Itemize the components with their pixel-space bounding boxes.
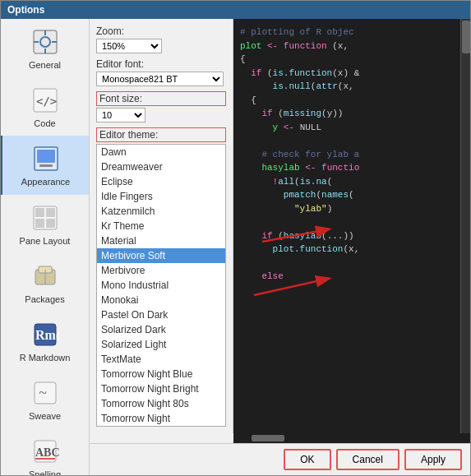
sidebar-label-sweave: Sweave	[29, 411, 61, 422]
svg-rect-12	[35, 208, 44, 217]
main-content: Zoom: 150% 100% 125% 175% 200% Editor fo…	[90, 19, 470, 475]
theme-list-item[interactable]: Pastel On Dark	[97, 307, 225, 322]
theme-list-item[interactable]: Tomorrow Night Bright	[97, 381, 225, 396]
horizontal-scrollbar[interactable]	[233, 433, 470, 443]
theme-list-item[interactable]: Mono Industrial	[97, 278, 225, 293]
dialog-title: Options	[7, 4, 44, 16]
code-icon: </>	[29, 84, 62, 117]
code-preview: # plotting of R objec plot <- function (…	[233, 19, 470, 433]
svg-rect-10	[39, 164, 53, 167]
theme-list-item[interactable]: Idle Fingers	[97, 189, 225, 204]
theme-list-item[interactable]: Solarized Dark	[97, 322, 225, 337]
sidebar-item-pane-layout[interactable]: Pane Layout	[1, 195, 89, 253]
dialog-body: General </> Code Appearance	[1, 19, 470, 475]
title-bar: Options	[1, 1, 470, 19]
theme-list-item[interactable]: Merbivore Soft	[97, 248, 225, 263]
scrollbar-thumb	[462, 21, 470, 53]
spelling-icon: ABC	[29, 435, 62, 468]
editor-font-group: Editor font: Monospace821 BT	[96, 58, 226, 86]
sidebar-item-spelling[interactable]: ABC Spelling	[1, 428, 89, 475]
svg-text:ABC: ABC	[35, 446, 60, 459]
sidebar-item-r-markdown[interactable]: Rmd R Markdown	[1, 312, 89, 370]
font-size-select[interactable]: 10 8 9 11 12 14 16	[96, 108, 145, 122]
sidebar-label-packages: Packages	[25, 294, 64, 305]
theme-list-item[interactable]: Material	[97, 233, 225, 248]
sidebar-item-general[interactable]: General	[1, 19, 89, 77]
theme-list-item[interactable]: Katzenmilch	[97, 204, 225, 219]
editor-font-label: Editor font:	[96, 58, 226, 70]
cancel-button[interactable]: Cancel	[336, 449, 399, 470]
vertical-scrollbar[interactable]	[460, 19, 470, 433]
svg-rect-13	[46, 208, 55, 217]
theme-list-item[interactable]: Solarized Light	[97, 337, 225, 352]
theme-list[interactable]: DawnDreamweaverEclipseIdle FingersKatzen…	[96, 144, 226, 427]
appearance-icon	[30, 142, 62, 175]
font-size-label: Font size:	[96, 91, 226, 106]
zoom-group: Zoom: 150% 100% 125% 175% 200%	[96, 25, 226, 53]
pane-layout-icon	[29, 201, 62, 234]
options-dialog: Options General </> Code	[0, 0, 471, 476]
sidebar-label-spelling: Spelling	[29, 469, 61, 475]
sidebar-label-appearance: Appearance	[21, 177, 70, 187]
sidebar-label-general: General	[29, 60, 61, 71]
editor-theme-group: Editor theme: DawnDreamweaverEclipseIdle…	[96, 127, 226, 427]
sidebar-label-code: Code	[34, 118, 55, 129]
theme-list-item[interactable]: Tomorrow Night 80s	[97, 396, 225, 411]
theme-list-item[interactable]: Dawn	[97, 145, 225, 159]
theme-list-item[interactable]: Kr Theme	[97, 219, 225, 233]
packages-icon	[29, 260, 62, 293]
svg-text:</>: </>	[36, 95, 57, 108]
sidebar-item-sweave[interactable]: ~ Sweave	[1, 370, 89, 428]
theme-list-item[interactable]: Monokai	[97, 293, 225, 307]
zoom-select[interactable]: 150% 100% 125% 175% 200%	[96, 39, 162, 53]
svg-rect-9	[37, 150, 55, 163]
r-markdown-icon: Rmd	[29, 318, 62, 351]
options-left: Zoom: 150% 100% 125% 175% 200% Editor fo…	[90, 19, 233, 433]
zoom-label: Zoom:	[96, 25, 226, 37]
font-size-group: Font size: 10 8 9 11 12 14 16	[96, 91, 226, 122]
editor-theme-label: Editor theme:	[96, 127, 226, 142]
sidebar: General </> Code Appearance	[1, 19, 90, 475]
svg-text:Rmd: Rmd	[35, 328, 60, 342]
sweave-icon: ~	[29, 377, 62, 409]
sidebar-label-pane-layout: Pane Layout	[20, 236, 71, 247]
h-scrollbar-thumb	[252, 435, 284, 441]
svg-rect-15	[46, 219, 55, 228]
theme-list-item[interactable]: TextMate	[97, 352, 225, 367]
sidebar-item-packages[interactable]: Packages	[1, 253, 89, 312]
bottom-bar: OK Cancel Apply	[90, 443, 470, 475]
theme-list-item[interactable]: Tomorrow Night	[97, 411, 225, 426]
ok-button[interactable]: OK	[284, 449, 330, 470]
general-icon	[29, 25, 62, 58]
svg-text:~: ~	[39, 385, 47, 401]
theme-list-item[interactable]: Tomorrow Night Blue	[97, 367, 225, 381]
theme-list-item[interactable]: Eclipse	[97, 174, 225, 189]
editor-font-select[interactable]: Monospace821 BT	[96, 72, 224, 86]
sidebar-item-appearance[interactable]: Appearance	[1, 136, 89, 194]
sidebar-item-code[interactable]: </> Code	[1, 77, 89, 136]
options-panel: Zoom: 150% 100% 125% 175% 200% Editor fo…	[90, 19, 470, 433]
theme-list-item[interactable]: Merbivore	[97, 263, 225, 278]
theme-list-item[interactable]: Dreamweaver	[97, 159, 225, 174]
sidebar-label-r-markdown: R Markdown	[20, 353, 71, 363]
apply-button[interactable]: Apply	[404, 449, 462, 470]
svg-rect-14	[35, 219, 44, 228]
code-text: # plotting of R objec plot <- function (…	[233, 19, 470, 290]
